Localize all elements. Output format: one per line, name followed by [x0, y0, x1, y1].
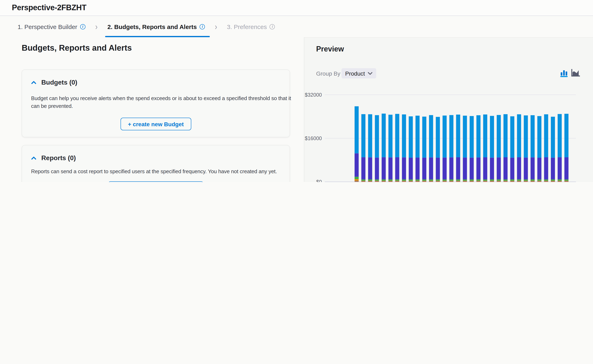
bar-segment[interactable] [551, 181, 555, 181]
bar-segment[interactable] [470, 181, 474, 181]
bar-segment[interactable] [517, 181, 521, 182]
bar-segment[interactable] [537, 181, 541, 182]
bar-segment[interactable] [497, 115, 501, 157]
tab-perspective-builder[interactable]: 1. Perspective Builder i [17, 16, 86, 37]
bar-segment[interactable] [449, 181, 453, 181]
bar-segment[interactable] [395, 157, 399, 179]
bar-segment[interactable] [564, 181, 568, 182]
bar-segment[interactable] [510, 179, 514, 181]
area-chart-icon[interactable] [571, 69, 580, 77]
bar-segment[interactable] [355, 179, 359, 181]
bar-segment[interactable] [382, 181, 386, 181]
bar-segment[interactable] [476, 115, 480, 157]
bar-segment[interactable] [402, 179, 406, 181]
bar-segment[interactable] [517, 181, 521, 181]
bar-segment[interactable] [537, 116, 541, 158]
bar-segment[interactable] [422, 158, 426, 180]
bar-segment[interactable] [456, 181, 460, 181]
bar-segment[interactable] [388, 181, 393, 182]
bar-segment[interactable] [422, 181, 426, 182]
bar-segment[interactable] [564, 179, 568, 181]
bar-segment[interactable] [490, 181, 494, 181]
bar-segment[interactable] [388, 115, 393, 157]
bar-segment[interactable] [537, 158, 541, 180]
bar-segment[interactable] [558, 179, 562, 181]
bar-segment[interactable] [436, 117, 440, 158]
bar-segment[interactable] [449, 115, 453, 157]
bar-segment[interactable] [442, 181, 446, 182]
bar-segment[interactable] [375, 181, 379, 181]
bar-segment[interactable] [355, 177, 359, 179]
bar-segment[interactable] [436, 181, 440, 182]
bar-segment[interactable] [463, 181, 467, 181]
bar-segment[interactable] [476, 181, 480, 181]
bar-segment[interactable] [368, 181, 372, 181]
chevron-up-icon[interactable] [31, 156, 36, 161]
bar-segment[interactable] [402, 157, 406, 179]
bar-segment[interactable] [402, 181, 406, 182]
bar-segment[interactable] [476, 181, 480, 182]
bar-segment[interactable] [368, 181, 372, 181]
bar-segment[interactable] [510, 181, 514, 182]
bar-segment[interactable] [510, 181, 514, 181]
bar-segment[interactable] [463, 181, 467, 182]
bar-segment[interactable] [551, 181, 555, 182]
bar-segment[interactable] [415, 116, 420, 157]
bar-segment[interactable] [442, 116, 446, 158]
bar-segment[interactable] [544, 181, 548, 182]
bar-segment[interactable] [361, 181, 365, 182]
bar-segment[interactable] [388, 181, 393, 181]
bar-segment[interactable] [456, 115, 460, 157]
bar-segment[interactable] [490, 158, 494, 180]
tab-preferences[interactable]: 3. Preferences i [226, 16, 276, 37]
bar-segment[interactable] [429, 179, 433, 181]
bar-segment[interactable] [429, 115, 433, 157]
bar-segment[interactable] [442, 157, 446, 179]
bar-segment[interactable] [402, 181, 406, 181]
bar-segment[interactable] [368, 179, 372, 181]
bar-segment[interactable] [375, 181, 379, 181]
bar-segment[interactable] [436, 181, 440, 181]
bar-segment[interactable] [551, 117, 555, 157]
bar-segment[interactable] [456, 181, 460, 182]
bar-segment[interactable] [476, 179, 480, 181]
bar-segment[interactable] [531, 181, 535, 181]
bar-segment[interactable] [476, 181, 480, 181]
bar-segment[interactable] [402, 114, 406, 157]
bar-segment[interactable] [361, 181, 365, 181]
bar-segment[interactable] [382, 157, 386, 179]
bar-segment[interactable] [463, 179, 467, 181]
bar-segment[interactable] [531, 181, 535, 182]
bar-segment[interactable] [470, 116, 474, 158]
bar-segment[interactable] [422, 181, 426, 181]
bar-segment[interactable] [355, 181, 359, 182]
bar-segment[interactable] [355, 181, 359, 182]
bar-segment[interactable] [375, 181, 379, 182]
bar-segment[interactable] [537, 179, 541, 181]
bar-segment[interactable] [524, 181, 528, 181]
bar-segment[interactable] [436, 181, 440, 181]
bar-segment[interactable] [490, 181, 494, 182]
bar-segment[interactable] [382, 114, 386, 157]
bar-segment[interactable] [395, 179, 399, 181]
bar-segment[interactable] [442, 179, 446, 181]
bar-segment[interactable] [395, 181, 399, 181]
bar-segment[interactable] [470, 181, 474, 182]
bar-segment[interactable] [544, 181, 548, 181]
chevron-up-icon[interactable] [31, 80, 36, 85]
bar-segment[interactable] [355, 106, 359, 153]
bar-segment[interactable] [449, 181, 453, 181]
bar-segment[interactable] [442, 181, 446, 181]
bar-segment[interactable] [382, 181, 386, 181]
bar-segment[interactable] [517, 179, 521, 181]
bar-segment[interactable] [510, 181, 514, 181]
bar-segment[interactable] [415, 181, 420, 181]
bar-segment[interactable] [382, 179, 386, 181]
budgets-card-title[interactable]: Budgets (0) [41, 79, 77, 86]
bar-segment[interactable] [503, 157, 507, 179]
bar-segment[interactable] [483, 157, 487, 179]
bar-segment[interactable] [361, 181, 365, 181]
create-budget-button[interactable]: + create new Budget [120, 118, 191, 130]
bar-segment[interactable] [531, 115, 535, 157]
bar-segment[interactable] [558, 114, 562, 157]
